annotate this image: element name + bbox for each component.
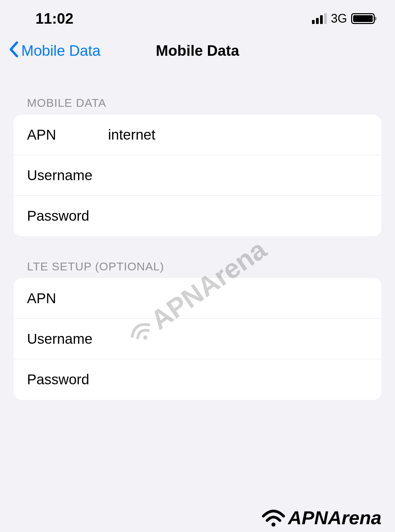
label-lte-apn: APN (27, 290, 108, 307)
signal-icon (312, 13, 327, 24)
back-label: Mobile Data (21, 42, 101, 59)
input-lte-apn[interactable] (108, 290, 368, 307)
input-lte-username[interactable] (108, 331, 368, 347)
input-lte-password[interactable] (108, 371, 368, 388)
settings-group-lte-setup: APN Username Password (14, 278, 381, 400)
input-apn[interactable] (108, 127, 368, 143)
network-type: 3G (331, 11, 347, 26)
status-time: 11:02 (35, 10, 74, 27)
battery-icon (351, 13, 375, 24)
row-lte-password[interactable]: Password (14, 359, 381, 400)
input-password[interactable] (108, 208, 368, 224)
label-lte-username: Username (27, 331, 108, 347)
row-lte-apn[interactable]: APN (14, 278, 381, 319)
label-apn: APN (27, 127, 108, 143)
input-username[interactable] (108, 167, 368, 184)
watermark-bottom: APNArena (262, 507, 381, 529)
chevron-left-icon (8, 41, 19, 60)
navigation-bar: Mobile Data Mobile Data (0, 34, 395, 71)
row-username[interactable]: Username (14, 155, 381, 196)
label-password: Password (27, 208, 108, 224)
wifi-icon (262, 508, 285, 528)
back-button[interactable]: Mobile Data (8, 41, 101, 60)
row-password[interactable]: Password (14, 196, 381, 236)
row-apn[interactable]: APN (14, 115, 381, 155)
settings-group-mobile-data: APN Username Password (14, 115, 381, 236)
page-title: Mobile Data (156, 42, 239, 59)
status-bar: 11:02 3G (0, 0, 395, 34)
label-username: Username (27, 167, 108, 184)
status-indicators: 3G (312, 11, 375, 26)
section-header-mobile-data: MOBILE DATA (0, 96, 395, 115)
section-header-lte-setup: LTE SETUP (OPTIONAL) (0, 260, 395, 278)
label-lte-password: Password (27, 371, 108, 388)
row-lte-username[interactable]: Username (14, 319, 381, 359)
svg-point-1 (271, 523, 275, 527)
